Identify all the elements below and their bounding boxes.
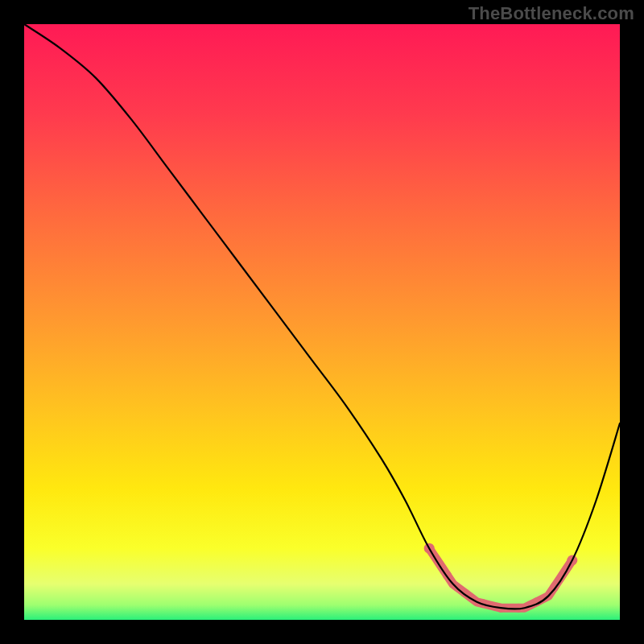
chart-stage: TheBottleneck.com: [0, 0, 644, 644]
bottleneck-chart: [0, 0, 644, 644]
plot-background: [24, 24, 620, 620]
